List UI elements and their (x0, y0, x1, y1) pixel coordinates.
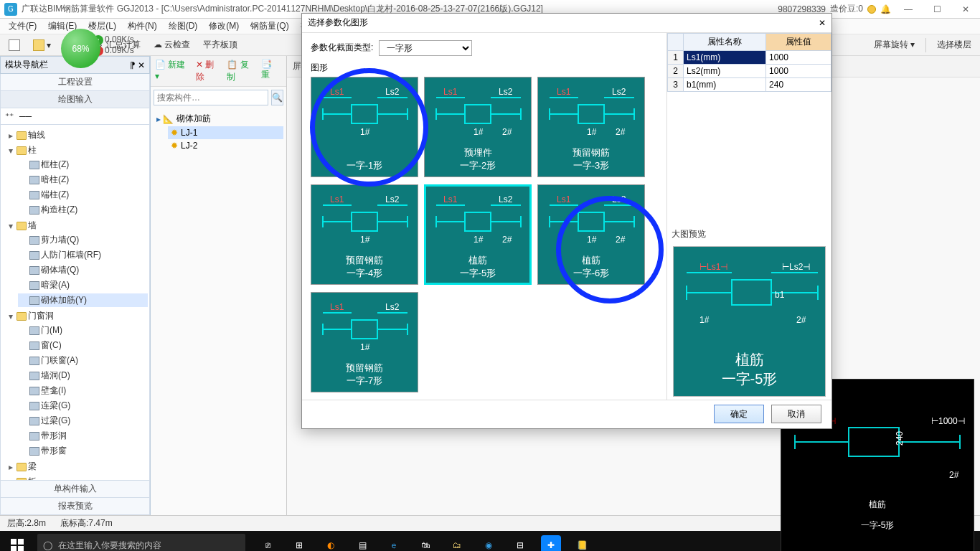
svg-text:Ls1: Ls1 (557, 194, 571, 204)
tree-item[interactable]: ▾柱 (5, 143, 148, 157)
tree-item[interactable]: 剪力墙(Q) (18, 233, 148, 247)
delete-component-button[interactable]: ✕ 删除 (196, 59, 221, 83)
tree-item[interactable]: ▸梁 (5, 460, 148, 474)
ok-button[interactable]: 确定 (714, 405, 764, 423)
component-tree: ▸轴线▾柱框柱(Z)暗柱(Z)端柱(Z)构造柱(Z)▾墙剪力墙(Q)人防门框墙(… (0, 125, 150, 481)
taskbar-search[interactable]: ◯ 在这里输入你要搜索的内容 (37, 534, 245, 551)
minimize-button[interactable]: — (894, 0, 923, 19)
tree-item[interactable]: 墙洞(D) (18, 369, 148, 382)
menu-rebar[interactable]: 钢筋量(Q) (246, 19, 293, 34)
property-row[interactable]: 1Ls1(mm)1000 (668, 50, 831, 64)
tree-item[interactable]: 暗梁(A) (18, 278, 148, 292)
tree-item[interactable]: 壁龛(I) (18, 384, 148, 397)
svg-rect-55 (465, 212, 491, 231)
copy-component-button[interactable]: 📋 复制 (227, 59, 255, 83)
maximize-button[interactable]: ☐ (923, 0, 951, 19)
shape-tile[interactable]: Ls1 Ls2 1# 2# 预埋件一字-2形 (424, 77, 532, 177)
property-row[interactable]: 3b1(mm)240 (668, 77, 831, 91)
taskbar-app-icon[interactable]: 📒 (567, 531, 597, 551)
select-floor-button[interactable]: 选择楼层 (933, 37, 976, 52)
shape-tile[interactable]: Ls1 Ls2 1# 预留钢筋一字-7形 (311, 292, 418, 392)
shape-tile[interactable]: Ls1 Ls2 1# 2# 植筋一字-6形 (537, 184, 645, 285)
list-item[interactable]: ✹LJ-2 (168, 139, 283, 152)
tree-item[interactable]: 框柱(Z) (18, 158, 148, 171)
shape-tile[interactable]: Ls1 Ls2 1# 2# 植筋一字-5形 (424, 184, 532, 285)
taskbar-app-icon[interactable]: ◐ (316, 531, 346, 551)
tree-item[interactable]: 带形窗 (18, 444, 148, 458)
tree-item[interactable]: 端柱(Z) (18, 188, 148, 202)
tab-project[interactable]: 工程设置 (0, 74, 150, 91)
taskbar-app-icon[interactable]: ◉ (473, 531, 504, 551)
shape-tile[interactable]: Ls1 Ls2 1# 预留钢筋一字-4形 (311, 184, 418, 285)
tree-item[interactable]: 窗(C) (18, 339, 148, 352)
tree-item[interactable]: ▾门窗洞 (5, 309, 148, 323)
nav-pin-icon[interactable]: ⁋ (130, 60, 136, 70)
task-view-icon[interactable]: ⎚ (253, 531, 283, 551)
svg-rect-0 (849, 428, 899, 456)
tab-report[interactable]: 报表预览 (0, 498, 150, 515)
dialog-close-icon[interactable]: ✕ (819, 18, 826, 28)
menu-draw[interactable]: 绘图(D) (164, 19, 202, 34)
new-component-button[interactable]: 📄 新建 ▾ (155, 59, 190, 83)
search-button[interactable]: 🔍 (271, 90, 283, 105)
svg-rect-9 (11, 539, 17, 545)
flat-top-button[interactable]: 平齐板顶 (199, 37, 242, 52)
svg-text:2#: 2# (949, 470, 959, 480)
list-item[interactable]: ✹LJ-1 (168, 126, 283, 139)
tree-item[interactable]: 构造柱(Z) (18, 203, 148, 217)
price-label: 造价豆:0 (830, 3, 863, 15)
explorer-icon[interactable]: 🗂 (442, 531, 472, 551)
property-row[interactable]: 2Ls2(mm)1000 (668, 64, 831, 77)
tree-item[interactable]: ▸轴线 (5, 128, 148, 142)
tree-item[interactable]: 带形洞 (18, 429, 148, 443)
type-select[interactable]: 一字形 (379, 40, 472, 56)
svg-rect-10 (18, 539, 24, 545)
tree-item[interactable]: 过梁(G) (18, 414, 148, 428)
tree-item[interactable]: 砌体墙(Q) (18, 263, 148, 277)
open-file-icon[interactable]: ▾ (29, 38, 55, 52)
tree-item[interactable]: 连梁(G) (18, 399, 148, 413)
taskbar-app-icon[interactable]: ⊟ (505, 531, 535, 551)
new-file-icon[interactable] (4, 38, 24, 52)
heavy-button[interactable]: 📑 重 (261, 59, 282, 83)
taskbar-app-icon[interactable]: ⊞ (284, 531, 314, 551)
taskbar-app-icon[interactable]: ✚ (541, 535, 561, 551)
bell-icon[interactable]: 🔔 (880, 4, 891, 14)
tree-item[interactable]: ▸板 (5, 475, 148, 481)
store-icon[interactable]: 🛍 (410, 531, 440, 551)
menu-file[interactable]: 文件(F) (4, 19, 41, 34)
preview-box: ⊢Ls1⊣ ⊢Ls2⊣ 1# 2# b1 植筋 一字-5形 (673, 246, 826, 397)
tree-item[interactable]: 人防门框墙(RF) (18, 248, 148, 262)
svg-text:Ls1: Ls1 (330, 87, 344, 97)
svg-text:Ls2: Ls2 (612, 87, 626, 97)
svg-text:1#: 1# (699, 315, 710, 325)
svg-text:1#: 1# (360, 127, 370, 137)
cancel-button[interactable]: 取消 (771, 405, 821, 423)
svg-rect-23 (465, 105, 491, 123)
tree-item[interactable]: 门(M) (18, 324, 148, 337)
shape-tile[interactable]: Ls1 Ls2 1# 2# 预留钢筋一字-3形 (537, 77, 645, 177)
close-button[interactable]: ✕ (951, 0, 980, 19)
tab-single[interactable]: 单构件输入 (0, 481, 150, 498)
start-button[interactable] (0, 531, 34, 551)
svg-text:1#: 1# (587, 127, 597, 137)
list-root[interactable]: ▸ 📐砌体加筋 (154, 111, 283, 126)
taskbar-app-icon[interactable]: ▤ (347, 531, 377, 551)
nav-close-icon[interactable]: ✕ (138, 60, 145, 70)
menu-modify[interactable]: 修改(M) (204, 19, 243, 34)
tree-item[interactable]: ▾墙 (5, 219, 148, 232)
search-input[interactable] (154, 90, 268, 105)
cloud-check-button[interactable]: ☁ 云检查 (149, 37, 194, 52)
edge-icon[interactable]: ｅ (379, 531, 409, 551)
svg-text:Ls1: Ls1 (443, 194, 458, 204)
tree-item[interactable]: 砌体加筋(Y) (18, 293, 148, 307)
tab-draw[interactable]: 绘图输入 (0, 91, 150, 108)
tree-item[interactable]: 门联窗(A) (18, 354, 148, 367)
menu-component[interactable]: 构件(N) (123, 19, 161, 34)
speed-ball[interactable]: 68% (61, 29, 100, 68)
collapse-all-icon[interactable]: ── (19, 111, 32, 121)
tree-item[interactable]: 暗柱(Z) (18, 173, 148, 187)
expand-all-icon[interactable]: ⁺⁺ (5, 111, 14, 121)
screen-rotate-button[interactable]: 屏幕旋转 ▾ (870, 37, 919, 52)
shape-tile[interactable]: Ls1 Ls2 1# 一字-1形 (311, 77, 418, 177)
